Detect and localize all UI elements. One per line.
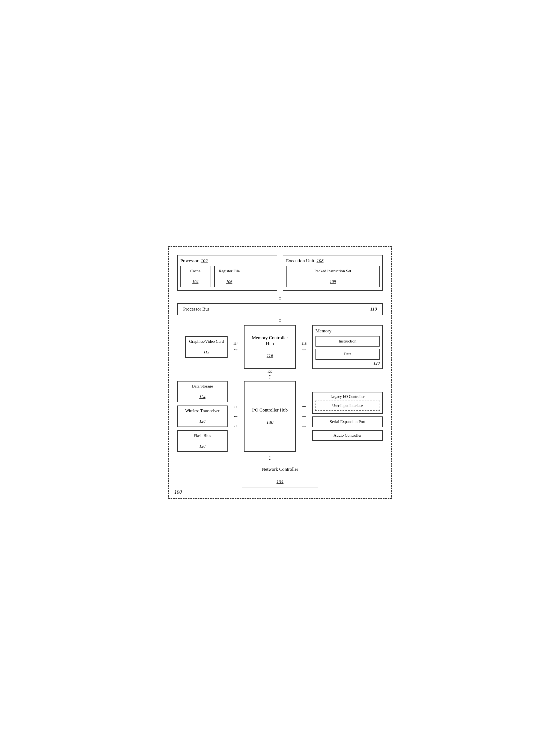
mch-box: Memory Controller Hub 116: [244, 325, 296, 369]
arrow-mch-ioc-area: 122 ↕: [177, 369, 383, 381]
graphics-card-box: Graphics/Video Card 112: [185, 336, 228, 358]
register-file-box: Register File 106: [214, 266, 244, 287]
ioc-left-col: Data Storage 124 Wireless Transceiver 12…: [177, 381, 228, 452]
wireless-row: Wireless Transceiver 126: [177, 406, 228, 427]
user-input-box: User Input Interface: [315, 400, 380, 411]
ioc-row: Data Storage 124 Wireless Transceiver 12…: [177, 381, 383, 452]
memory-section: Memory Instruction Data 120: [312, 325, 383, 369]
arrow-ioc-network-group: ↕: [268, 454, 271, 461]
flash-bios-box: Flash Bios 128: [177, 430, 228, 452]
arrow-graphics-mch: ↔: [233, 346, 238, 353]
arrow-proc-to-bus: ↕: [177, 293, 383, 303]
network-controller-row: Network Controller 134: [177, 464, 383, 487]
arrow-wireless-ioc: ↔: [233, 413, 238, 419]
arrow-ioc-network-area: ↕: [177, 452, 383, 464]
processor-bus-box: Processor Bus 110: [177, 303, 383, 315]
data-storage-row: Data Storage 124: [177, 381, 228, 402]
processor-label: Processor 102: [180, 258, 274, 264]
ioc-right-col: Legacy I/O Controller User Input Interfa…: [312, 381, 383, 452]
connector-114-area: 114 ↔: [228, 342, 244, 353]
left-arrows-col: ↔ ↔ ↔: [228, 381, 244, 452]
flash-bios-row: Flash Bios 128: [177, 430, 228, 452]
memory-box: Memory Instruction Data 120: [312, 325, 383, 369]
right-arrows-col: ↔ ↔ ↔: [296, 381, 312, 452]
arrow-ioc-network: ↕: [268, 454, 271, 461]
cache-box: Cache 104: [180, 266, 210, 287]
connector-114-label: 114: [233, 342, 238, 346]
connector-118-label: 118: [301, 342, 306, 346]
ioc-hub-box: I/O Controller Hub 130: [244, 381, 296, 452]
mch-row: Graphics/Video Card 112 114 ↔ Memory Con…: [177, 325, 383, 369]
processor-box: Processor 102 Cache 104 Register File 10…: [177, 255, 277, 291]
execution-unit-box: Execution Unit 108 Packed Instruction Se…: [283, 255, 383, 291]
instruction-box: Instruction: [316, 336, 380, 347]
arrow-bus-to-mch: ↕: [177, 315, 383, 325]
arrow-ioc-serial: ↔: [301, 413, 307, 419]
arrow-mch-memory: ↔: [301, 346, 307, 353]
serial-expansion-box: Serial Expansion Port: [312, 416, 383, 427]
arrow-mch-ioc: ↕: [268, 373, 271, 380]
arrow-flashbios-ioc: ↔: [233, 423, 238, 429]
execution-unit-label: Execution Unit 108: [286, 258, 380, 264]
arrow-datastorage-ioc: ↔: [233, 403, 238, 410]
wireless-transceiver-box: Wireless Transceiver 126: [177, 406, 228, 427]
outer-ref-label: 100: [174, 489, 182, 495]
network-controller-box: Network Controller 134: [242, 464, 318, 487]
packed-instruction-set-box: Packed Instruction Set 109: [286, 266, 380, 287]
diagram-container: Processor 102 Cache 104 Register File 10…: [168, 246, 392, 499]
connector-118-area: 118 ↔: [296, 342, 312, 353]
arrow-ioc-legacy: ↔: [301, 403, 307, 409]
graphics-col: Graphics/Video Card 112: [177, 336, 228, 358]
memory-inner: Instruction Data: [316, 336, 380, 360]
legacy-io-label: Legacy I/O Controller: [315, 395, 380, 399]
legacy-io-box: Legacy I/O Controller User Input Interfa…: [312, 392, 383, 414]
data-storage-box: Data Storage 124: [177, 381, 228, 402]
arrow-ioc-audio: ↔: [301, 423, 307, 429]
data-box: Data: [316, 349, 380, 360]
audio-controller-box: Audio Controller: [312, 430, 383, 441]
connector-122-group: 122 ↕: [267, 369, 273, 380]
memory-label: Memory: [316, 328, 380, 334]
